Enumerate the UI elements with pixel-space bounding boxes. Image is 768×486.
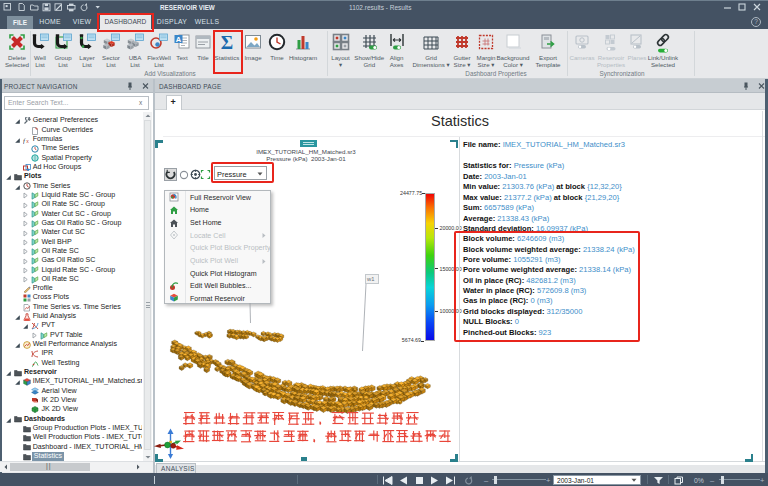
svg-text:x: x <box>26 138 29 144</box>
svg-text:A: A <box>176 35 182 44</box>
svg-text:?: ? <box>754 18 758 25</box>
